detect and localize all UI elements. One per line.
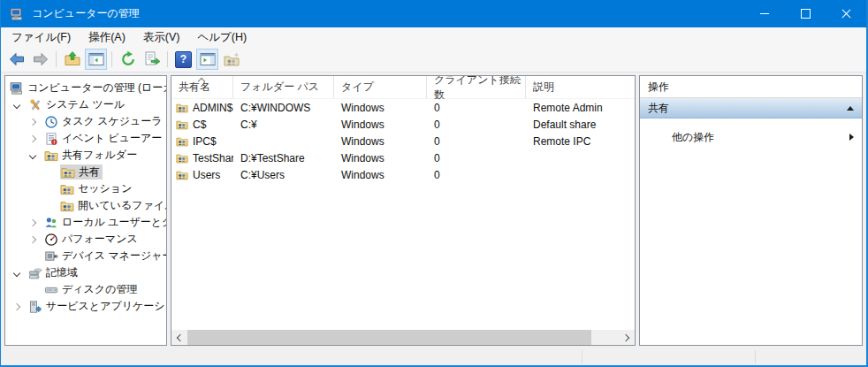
shared-folder-icon xyxy=(176,135,188,148)
share-description: Remote IPC xyxy=(526,135,635,148)
tree-item-shares[interactable]: 共有 xyxy=(5,164,166,180)
shared-folder-icon xyxy=(176,169,188,181)
folder-up-icon xyxy=(64,50,81,68)
toolbar: ? xyxy=(1,47,866,73)
tree-item-label: サービスとアプリケーション xyxy=(46,299,167,314)
maximize-button[interactable] xyxy=(785,0,826,27)
chevron-expanded-icon[interactable] xyxy=(13,269,20,276)
scroll-right-button[interactable] xyxy=(620,330,635,345)
menu-help[interactable]: ヘルプ(H) xyxy=(188,27,255,47)
client-connections: 0 xyxy=(427,152,526,164)
share-type: Windows xyxy=(334,102,427,114)
share-name: C$ xyxy=(193,119,206,131)
table-row[interactable]: C$ C:¥ Windows 0 Default share xyxy=(171,116,635,133)
tree-item-event-viewer[interactable]: イベント ビューアー xyxy=(5,130,166,147)
more-actions-item[interactable]: 他の操作 xyxy=(640,119,862,147)
toolbar-separator xyxy=(56,51,57,67)
refresh-icon xyxy=(119,50,137,68)
chevron-right-icon xyxy=(622,333,629,340)
console-tree-panel: コンピューターの管理 (ローカル) システム ツール タスク スケジューラ イベ… xyxy=(4,75,167,346)
device-manager-icon xyxy=(44,249,58,264)
chevron-collapsed-icon[interactable] xyxy=(29,134,36,141)
column-header-folder-path[interactable]: フォルダー パス xyxy=(233,76,334,98)
chevron-expanded-icon[interactable] xyxy=(29,151,36,158)
tree-item-sessions[interactable]: セッション xyxy=(5,180,166,197)
table-row[interactable]: TestShare D:¥TestShare Windows 0 xyxy=(171,149,635,166)
folder-path: D:¥TestShare xyxy=(233,152,334,164)
chevron-collapsed-icon[interactable] xyxy=(29,218,36,226)
menu-view[interactable]: 表示(V) xyxy=(134,27,189,47)
export-list-button[interactable] xyxy=(141,49,163,70)
task-scheduler-icon xyxy=(44,115,58,129)
close-icon xyxy=(841,9,851,19)
disk-management-icon xyxy=(44,283,58,297)
chevron-collapsed-icon[interactable] xyxy=(13,302,20,310)
collapse-icon[interactable] xyxy=(847,106,854,111)
table-row[interactable]: Users C:¥Users Windows 0 xyxy=(171,166,635,183)
tree-item-computer-management-root[interactable]: コンピューターの管理 (ローカル) xyxy=(5,80,166,96)
submenu-arrow-icon xyxy=(849,134,854,141)
column-header-description[interactable]: 説明 xyxy=(526,76,635,98)
column-header-client-connections[interactable]: クライアント接続数 xyxy=(427,76,526,98)
action-pane-icon xyxy=(199,50,217,68)
back-button[interactable] xyxy=(5,49,27,70)
more-actions-label: 他の操作 xyxy=(672,130,714,145)
forward-button[interactable] xyxy=(29,49,51,70)
share-description: Remote Admin xyxy=(526,102,635,114)
tree-item-services-apps[interactable]: サービスとアプリケーション xyxy=(5,298,166,315)
help-icon: ? xyxy=(175,51,192,68)
close-button[interactable] xyxy=(826,0,866,27)
scrollbar-thumb[interactable] xyxy=(187,330,591,345)
chevron-expanded-icon[interactable] xyxy=(13,101,20,108)
actions-pane: 操作 共有 他の操作 xyxy=(639,75,863,346)
client-connections: 0 xyxy=(427,169,526,181)
horizontal-scrollbar[interactable] xyxy=(171,330,635,345)
show-console-tree-button[interactable] xyxy=(85,49,107,70)
tree-item-performance[interactable]: パフォーマンス xyxy=(5,231,166,248)
actions-section-shares[interactable]: 共有 xyxy=(640,98,862,119)
scrollbar-track[interactable] xyxy=(187,330,620,345)
toolbar-separator xyxy=(167,51,168,67)
services-icon xyxy=(28,300,42,314)
chevron-left-icon xyxy=(177,333,184,340)
tree-item-system-tools[interactable]: システム ツール xyxy=(5,96,166,113)
tree-item-storage[interactable]: 記憶域 xyxy=(5,264,166,281)
arrow-right-icon xyxy=(32,50,49,68)
chevron-collapsed-icon[interactable] xyxy=(29,235,36,242)
tree-item-disk-management[interactable]: ディスクの管理 xyxy=(5,281,166,298)
tree-item-open-files[interactable]: 開いているファイル xyxy=(5,197,166,214)
shared-folder-icon xyxy=(60,199,74,213)
share-description: Default share xyxy=(526,119,635,131)
tree-item-label: システム ツール xyxy=(46,97,125,112)
scroll-left-button[interactable] xyxy=(171,330,187,345)
export-list-icon xyxy=(143,50,161,68)
window-controls xyxy=(744,0,866,27)
chevron-collapsed-icon[interactable] xyxy=(29,118,36,125)
share-type: Windows xyxy=(334,169,427,181)
minimize-button[interactable] xyxy=(744,0,785,27)
tree-item-device-manager[interactable]: デバイス マネージャー xyxy=(5,248,166,264)
maximize-icon xyxy=(801,9,811,19)
new-share-button[interactable] xyxy=(220,49,242,70)
menu-file[interactable]: ファイル(F) xyxy=(3,27,80,47)
tree-item-task-scheduler[interactable]: タスク スケジューラ xyxy=(5,113,166,130)
menu-action[interactable]: 操作(A) xyxy=(80,27,134,47)
tree-item-local-users-groups[interactable]: ローカル ユーザーとグループ xyxy=(5,214,166,231)
table-row[interactable]: IPC$ Windows 0 Remote IPC xyxy=(171,133,635,149)
tree-item-label: 記憶域 xyxy=(46,265,78,280)
table-row[interactable]: ADMIN$ C:¥WINDOWS Windows 0 Remote Admin xyxy=(171,99,635,116)
refresh-button[interactable] xyxy=(117,49,139,70)
shared-folder-icon xyxy=(176,102,188,114)
tree-item-shared-folders[interactable]: 共有フォルダー xyxy=(5,147,166,164)
help-button[interactable]: ? xyxy=(172,49,194,70)
show-action-pane-button[interactable] xyxy=(196,49,218,70)
column-header-type[interactable]: タイプ xyxy=(334,76,427,98)
share-type: Windows xyxy=(334,152,427,164)
client-connections: 0 xyxy=(427,135,526,148)
menu-bar: ファイル(F) 操作(A) 表示(V) ヘルプ(H) xyxy=(1,27,866,47)
share-name: IPC$ xyxy=(193,135,217,148)
shared-folder-icon xyxy=(176,152,188,164)
up-level-button[interactable] xyxy=(61,49,83,70)
toolbar-separator xyxy=(111,51,112,67)
tree-item-label: コンピューターの管理 (ローカル) xyxy=(27,80,167,96)
